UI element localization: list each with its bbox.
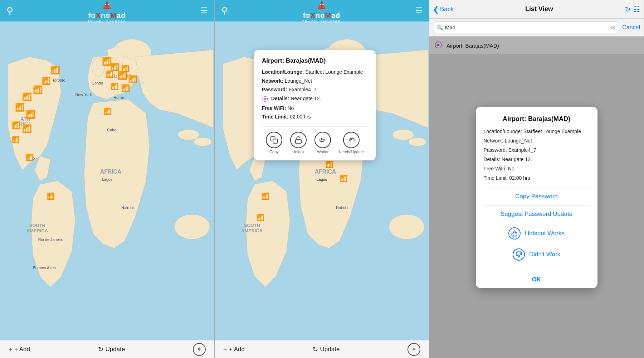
svg-text:📶: 📶 — [22, 92, 32, 102]
ok-button[interactable]: OK — [484, 271, 590, 288]
add-icon-1: + — [9, 346, 12, 353]
didnt-work-button[interactable]: Didn't Work — [484, 244, 590, 265]
modal-location-row: Location/Lounge: Starfleet Lounge Exampl… — [484, 128, 590, 135]
needs-update-icon — [343, 132, 360, 148]
compass-icon-1: ⌖ — [197, 345, 201, 353]
svg-text:📶: 📶 — [50, 65, 60, 75]
svg-text:Nairobi: Nairobi — [121, 205, 133, 210]
ios-search-bar: 🔍 ⊗ Cancel — [429, 19, 644, 37]
app-subtitle-1: TRAVEL SMARTER — [88, 20, 126, 23]
back-button[interactable]: ❮ Back — [433, 5, 454, 14]
svg-text:📶: 📶 — [26, 154, 34, 161]
modal-network-row: Network: Lounge_Net — [484, 137, 590, 145]
bottom-bar-2: + + Add ↻ Update ⌖ — [215, 340, 429, 358]
copy-label: Copy — [269, 150, 279, 154]
panel-3-listview: ❮ Back List View ↻ ☷ 🔍 ⊗ Cancel ⦿ Airpor… — [429, 0, 644, 358]
svg-text:📶: 📶 — [15, 102, 25, 112]
svg-text:📶: 📶 — [12, 136, 20, 144]
svg-text:Rome: Rome — [113, 95, 124, 100]
svg-text:Londo: Londo — [92, 81, 103, 85]
svg-text:📶: 📶 — [22, 124, 32, 134]
svg-point-56 — [409, 137, 426, 146]
search-icon-1[interactable]: ⚲ — [6, 5, 13, 16]
svg-text:📶: 📶 — [257, 214, 265, 222]
popup-works-btn[interactable]: Works — [314, 132, 331, 154]
popup-copy-btn[interactable]: Copy — [266, 132, 282, 154]
svg-text:📶: 📶 — [262, 192, 270, 200]
fox-logo-icon-1 — [101, 0, 113, 11]
svg-point-50 — [320, 4, 321, 5]
modal-details-row: Details: Near gate 12. — [484, 156, 590, 163]
svg-text:📶: 📶 — [325, 160, 333, 168]
app-logo-2: foXnoMad TRAVEL SMARTER — [302, 0, 341, 23]
menu-icon-1[interactable]: ☰ — [201, 6, 208, 15]
popup-freewifi-row: Free WiFi: No — [262, 105, 368, 112]
compass-icon-2: ⌖ — [412, 345, 416, 353]
svg-text:AMERICA: AMERICA — [26, 228, 48, 233]
svg-point-4 — [108, 4, 109, 5]
nav-bookmark-icon[interactable]: ☷ — [634, 5, 640, 14]
svg-text:📶: 📶 — [118, 71, 128, 80]
search-input[interactable] — [445, 24, 609, 30]
popup-unlock-btn[interactable]: Unlock — [290, 132, 307, 154]
compass-button-1[interactable]: ⌖ — [193, 343, 206, 356]
chevron-left-icon: ❮ — [433, 5, 439, 14]
works-icon — [314, 132, 331, 148]
svg-text:📶: 📶 — [106, 70, 114, 78]
hotspot-works-button[interactable]: Hotspot Works — [484, 223, 590, 244]
app-header-1: ⚲ foXnoMad TRAVEL SMARTER ☰ — [0, 0, 214, 21]
popup-network-row: Network: Lounge_Net — [262, 78, 368, 85]
add-button-1[interactable]: + + Add — [9, 346, 30, 353]
thumbs-up-icon — [508, 227, 521, 240]
didnt-work-label: Didn't Work — [529, 251, 560, 258]
svg-text:Lagos: Lagos — [102, 177, 113, 182]
svg-text:📶: 📶 — [121, 84, 130, 92]
thumbs-down-icon — [513, 248, 525, 261]
menu-icon-2[interactable]: ☰ — [415, 6, 423, 15]
copy-icon — [266, 132, 282, 148]
map-view-2[interactable]: n Rome Cairo Lagos York New EUROPE AFRIC… — [215, 21, 429, 340]
app-name-1: foXnoMad — [88, 11, 126, 20]
refresh-icon-1: ↻ — [98, 345, 103, 353]
nav-refresh-icon[interactable]: ↻ — [625, 5, 631, 14]
update-button-1[interactable]: ↻ Update — [98, 345, 125, 353]
world-map-svg-1: New York Toronto Bogo Rio de Janeiro Bue… — [0, 21, 214, 340]
svg-text:AMERICA: AMERICA — [241, 228, 263, 233]
fox-logo-icon-2 — [315, 0, 328, 11]
modal-card: Airport: Barajas(MAD) Location/Lounge: S… — [476, 107, 597, 288]
svg-text:SOUTH: SOUTH — [29, 223, 45, 228]
needs-update-label: Needs Update — [339, 150, 364, 154]
map-popup-card: Airport: Barajas(MAD) Location/Lounge: S… — [254, 50, 376, 160]
list-area: ⦿ Airport: Barajas(MAD) Airport: Barajas… — [429, 37, 644, 358]
cancel-button[interactable]: Cancel — [622, 24, 640, 31]
copy-password-button[interactable]: Copy Password — [484, 188, 590, 205]
modal-timelimit-row: Time Limit: 02:00 hrs — [484, 174, 590, 182]
modal-freewifi-row: Free WiFi: No — [484, 165, 590, 173]
svg-text:SOUTH: SOUTH — [244, 223, 260, 228]
app-name-2: foXnoMad — [303, 11, 341, 20]
popup-password-row: Password: Example4_7 — [262, 86, 368, 93]
modal-overlay[interactable]: Airport: Barajas(MAD) Location/Lounge: S… — [429, 37, 644, 358]
svg-text:📶: 📶 — [42, 77, 51, 85]
search-glass-icon: 🔍 — [437, 25, 443, 30]
modal-password-row: Password: Example4_7 — [484, 146, 590, 154]
popup-action-icons: Copy Unlock — [262, 126, 368, 154]
suggest-update-button[interactable]: Suggest Password Update — [484, 205, 590, 223]
popup-needs-update-btn[interactable]: Needs Update — [339, 132, 364, 154]
bottom-bar-1: + + Add ↻ Update ⌖ — [0, 340, 214, 358]
search-clear-icon[interactable]: ⊗ — [611, 24, 615, 31]
popup-location-row: Location/Lounge: Starfleet Lounge Exampl… — [262, 69, 368, 76]
nav-title: List View — [457, 5, 622, 13]
update-button-2[interactable]: ↻ Update — [313, 345, 340, 353]
search-icon-2[interactable]: ⚲ — [221, 5, 228, 16]
add-button-2[interactable]: + + Add — [223, 346, 245, 353]
svg-text:AFRICA: AFRICA — [100, 169, 122, 175]
refresh-icon-2: ↻ — [313, 345, 318, 353]
compass-button-2[interactable]: ⌖ — [408, 343, 420, 356]
svg-text:Rio de Janeiro: Rio de Janeiro — [38, 237, 63, 242]
map-view-1[interactable]: New York Toronto Bogo Rio de Janeiro Bue… — [0, 21, 214, 340]
app-subtitle-2: TRAVEL SMARTER — [302, 20, 341, 23]
app-logo-1: foXnoMad TRAVEL SMARTER — [88, 0, 126, 23]
popup-details-row: ⦿ Details: Near gate 12. — [262, 95, 368, 103]
svg-text:Toronto: Toronto — [52, 78, 65, 82]
